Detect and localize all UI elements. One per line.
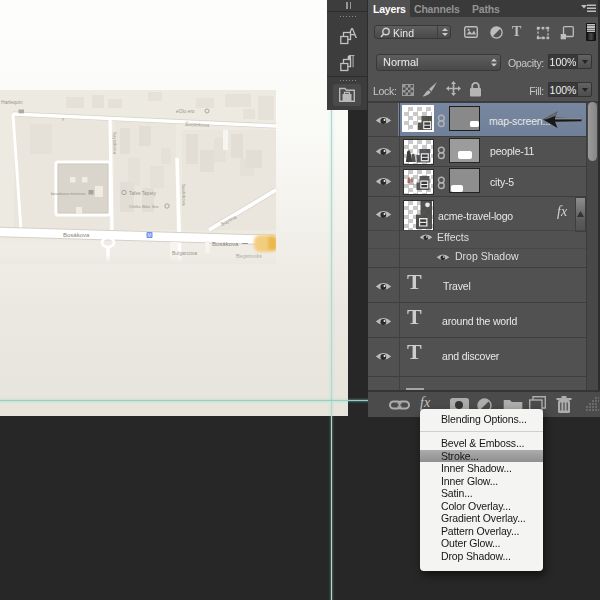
svg-text:M: M (148, 233, 152, 238)
svg-text:Szyszkova: Szyszkova (112, 132, 117, 154)
svg-text:Tafes Tapety: Tafes Tapety (129, 191, 156, 196)
svg-text:bosakova metreza: bosakova metreza (51, 191, 86, 196)
svg-text:9: 9 (62, 118, 64, 122)
svg-text:Sustekova: Sustekova (181, 184, 186, 206)
svg-text:Bosákova: Bosákova (212, 241, 239, 247)
svg-text::ve Harlequin: :ve Harlequin (0, 99, 23, 105)
svg-text:eOlu ero: eOlu ero (176, 109, 195, 114)
svg-text:Bosákova: Bosákova (63, 232, 90, 238)
svg-text:Chillis Bike Sro: Chillis Bike Sro (129, 204, 159, 209)
svg-text:Šustekova: Šustekova (185, 121, 210, 128)
